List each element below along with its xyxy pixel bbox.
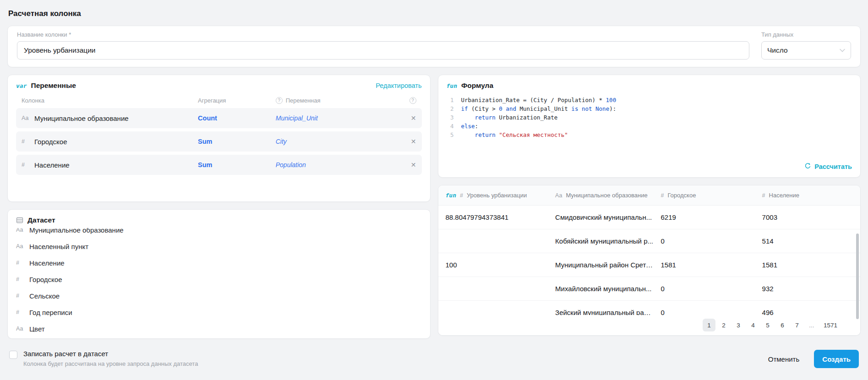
data-type-value: Число bbox=[767, 46, 788, 54]
checkbox-label: Записать расчет в датасет bbox=[23, 350, 198, 358]
data-type-select[interactable]: Число bbox=[761, 41, 851, 60]
calculated-column-page: Расчетная колонка Название колонки * Тип… bbox=[0, 0, 868, 380]
field-type-icon: # bbox=[22, 138, 29, 145]
preview-column-header[interactable]: АаМуниципальное образование bbox=[548, 192, 653, 199]
scrollbar-thumb[interactable] bbox=[856, 233, 859, 319]
aggregation-select[interactable]: Sum bbox=[198, 138, 273, 145]
preview-table-panel: fun#Уровень урбанизацииАаМуниципальное о… bbox=[438, 185, 861, 336]
name-type-card: Название колонки * Тип данных Число bbox=[7, 26, 861, 67]
table-cell: 88.80479794373841 bbox=[438, 213, 548, 221]
variables-help-cell: ? bbox=[404, 97, 416, 104]
code-line: 3 return Urbanization_Rate bbox=[447, 113, 852, 122]
write-to-dataset-checkbox[interactable] bbox=[9, 351, 17, 359]
pagination-page[interactable]: 7 bbox=[791, 319, 803, 331]
dataset-title: Датасет bbox=[27, 216, 55, 224]
dataset-field-item[interactable]: #Сельское bbox=[16, 288, 422, 304]
chevron-down-icon bbox=[840, 49, 845, 52]
dataset-field-item[interactable]: АаНаселенный пункт bbox=[16, 238, 422, 255]
pagination-page[interactable]: 1571 bbox=[820, 319, 841, 331]
code-text: if (City > 0 and Municipal_Unit is not N… bbox=[461, 104, 617, 113]
table-cell: Смидовичский муниципальн... bbox=[548, 213, 653, 221]
code-token: and bbox=[506, 105, 516, 112]
preview-column-header[interactable]: #Население bbox=[755, 192, 860, 199]
table-row: 88.80479794373841Смидовичский муниципаль… bbox=[438, 206, 861, 229]
field-type-icon: # bbox=[460, 192, 463, 199]
table-row: Кобяйский муниципальный р...0514 bbox=[438, 229, 861, 253]
variable-name[interactable]: Municipal_Unit bbox=[276, 114, 402, 122]
table-cell: Кобяйский муниципальный р... bbox=[548, 237, 653, 245]
pagination-page[interactable]: 4 bbox=[747, 319, 759, 331]
dataset-panel: Датасет АаМуниципальное образованиеАаНас… bbox=[7, 209, 431, 339]
formula-panel: fun Формула 1Urbanization_Rate = (City /… bbox=[438, 75, 861, 178]
variable-column-name: Население bbox=[34, 161, 70, 169]
preview-column-header[interactable]: #Городское bbox=[653, 192, 754, 199]
table-cell: 0 bbox=[653, 285, 754, 293]
field-type-icon: # bbox=[16, 276, 24, 282]
preview-rows: 88.80479794373841Смидовичский муниципаль… bbox=[438, 206, 861, 316]
formula-code[interactable]: 1Urbanization_Rate = (City / Population)… bbox=[447, 96, 852, 139]
table-row: 100Муниципальный район Срете...15811581 bbox=[438, 253, 861, 277]
code-token: else bbox=[461, 123, 475, 130]
field-type-icon: Аа bbox=[16, 243, 24, 250]
table-cell: 6219 bbox=[653, 213, 754, 221]
variable-name[interactable]: Population bbox=[276, 161, 402, 168]
column-name-input[interactable] bbox=[17, 41, 749, 60]
help-icon[interactable]: ? bbox=[276, 97, 283, 104]
code-token bbox=[461, 114, 475, 121]
variable-column-cell: #Городское bbox=[22, 138, 195, 146]
table-cell: 7003 bbox=[755, 213, 860, 221]
table-cell: 514 bbox=[755, 237, 860, 245]
checkbox-hint: Колонка будет рассчитана на уровне запро… bbox=[23, 360, 198, 367]
preview-column-label: Городское bbox=[667, 192, 696, 199]
variable-header-label: Переменная bbox=[286, 97, 321, 104]
variable-name[interactable]: City bbox=[276, 138, 402, 145]
dataset-field-item[interactable]: АаМуниципальное образование bbox=[16, 228, 422, 238]
dataset-field-item[interactable]: #Год переписи bbox=[16, 304, 422, 320]
variable-column-cell: АаМуниципальное образование bbox=[22, 114, 195, 122]
remove-variable-icon[interactable]: ✕ bbox=[404, 161, 416, 168]
code-line: 1Urbanization_Rate = (City / Population)… bbox=[447, 96, 852, 104]
line-number: 3 bbox=[447, 113, 454, 122]
field-type-icon: Аа bbox=[22, 115, 29, 121]
dataset-field-item[interactable]: АаЦвет bbox=[16, 320, 422, 332]
code-token: ): bbox=[609, 105, 616, 112]
pagination-page[interactable]: 2 bbox=[717, 319, 730, 331]
field-type-icon: Аа bbox=[16, 228, 24, 233]
pagination-page[interactable]: 5 bbox=[761, 319, 774, 331]
field-type-icon: # bbox=[661, 192, 664, 199]
column-name-field-group: Название колонки * bbox=[17, 31, 749, 60]
edit-variables-link[interactable]: Редактировать bbox=[376, 82, 421, 89]
dataset-icon bbox=[16, 217, 23, 224]
create-button[interactable]: Создать bbox=[814, 350, 859, 368]
field-type-icon: # bbox=[762, 192, 765, 199]
pagination-page[interactable]: 1 bbox=[703, 319, 715, 331]
main-area: var Переменные Редактировать Колонка Агр… bbox=[7, 75, 861, 339]
variables-title: Переменные bbox=[31, 81, 76, 90]
code-token: None bbox=[595, 105, 609, 112]
aggregation-select[interactable]: Count bbox=[198, 114, 273, 122]
field-type-icon: Аа bbox=[555, 192, 562, 199]
preview-column-header[interactable]: fun#Уровень урбанизации bbox=[438, 192, 548, 199]
remove-variable-icon[interactable]: ✕ bbox=[404, 138, 416, 145]
dataset-field-item[interactable]: #Городское bbox=[16, 271, 422, 288]
pagination-page[interactable]: 6 bbox=[776, 319, 789, 331]
dataset-field-list: АаМуниципальное образованиеАаНаселенный … bbox=[16, 228, 422, 332]
aggregation-select[interactable]: Sum bbox=[198, 161, 273, 168]
remove-variable-icon[interactable]: ✕ bbox=[404, 114, 416, 122]
dataset-field-label: Населенный пункт bbox=[29, 243, 88, 250]
code-token: (City > bbox=[468, 105, 499, 112]
help-icon[interactable]: ? bbox=[409, 97, 416, 104]
column-name-label: Название колонки * bbox=[17, 31, 749, 38]
pagination-page[interactable]: 3 bbox=[732, 319, 745, 331]
variables-rows: АаМуниципальное образованиеCountMunicipa… bbox=[16, 108, 422, 175]
line-number: 4 bbox=[447, 122, 454, 130]
pagination-ellipsis: ... bbox=[805, 319, 818, 331]
dataset-field-label: Сельское bbox=[29, 292, 60, 300]
cancel-button[interactable]: Отменить bbox=[760, 350, 808, 368]
calculate-button[interactable]: Рассчитать bbox=[447, 163, 852, 171]
var-icon: var bbox=[16, 82, 27, 89]
field-type-icon: # bbox=[16, 293, 24, 299]
dataset-field-item[interactable]: #Население bbox=[16, 255, 422, 271]
code-token: 100 bbox=[606, 97, 617, 103]
column-header: Колонка bbox=[22, 97, 195, 104]
